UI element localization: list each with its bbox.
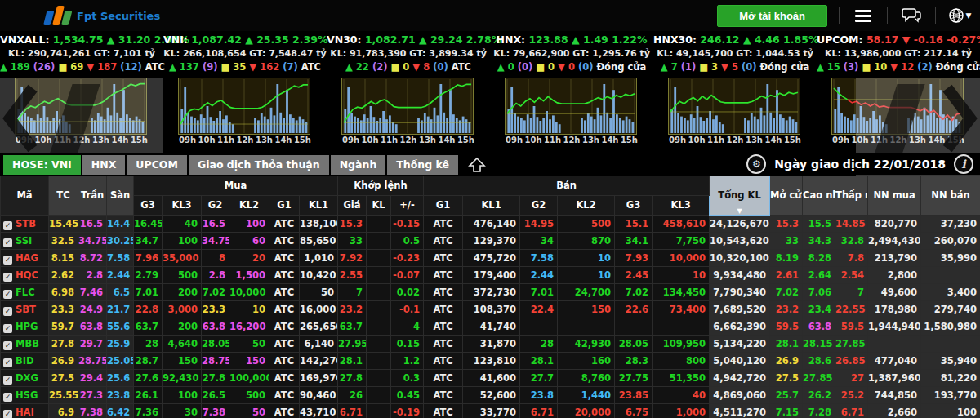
cell: 27.8	[49, 336, 78, 353]
sub-header-sell-kl2[interactable]: KL2	[558, 196, 615, 216]
cell: 15.3	[770, 216, 803, 233]
x-tick-label: 15h	[131, 136, 148, 145]
language-globe-icon[interactable]: ▼	[947, 6, 972, 25]
sub-header-matched-gi-[interactable]: Giá	[338, 196, 367, 216]
stock-code-cell[interactable]: ✓HPG	[1, 318, 49, 336]
sub-header-buy-g3[interactable]: G3	[134, 196, 163, 216]
row-checkbox[interactable]: ✓	[3, 358, 12, 367]
tab-ng-nh[interactable]: Ngành	[331, 155, 386, 175]
sub-header-buy-kl3[interactable]: KL3	[163, 196, 202, 216]
row-checkbox[interactable]: ✓	[3, 256, 12, 265]
carousel-left-arrow[interactable]	[2, 83, 39, 153]
sub-header-sell-g1[interactable]: G1	[424, 196, 463, 216]
tab-hnx[interactable]: HNX	[82, 155, 126, 175]
col-header-total-volume[interactable]: Tổng KL▼	[710, 176, 770, 216]
sub-header-buy-g1[interactable]: G1	[270, 196, 300, 216]
stock-code-cell[interactable]: ✓HAG	[1, 250, 49, 267]
cell: -0.1	[391, 301, 424, 318]
info-icon[interactable]: i	[954, 154, 973, 174]
chart-x-labels: 09h10h11h12h13h14h15h	[341, 135, 475, 145]
cell: 33	[770, 233, 803, 250]
stock-code-cell[interactable]: ✓SSI	[1, 233, 49, 250]
group-header-matched[interactable]: Khớp lệnh	[338, 176, 424, 196]
row-checkbox[interactable]: ✓	[3, 290, 12, 299]
cell: 100,000	[229, 370, 270, 387]
sub-header-buy-kl1[interactable]: KL1	[300, 196, 338, 216]
stock-code-cell[interactable]: ✓SBT	[1, 301, 49, 318]
sub-header-buy-kl2[interactable]: KL2	[229, 196, 270, 216]
sub-header-sell-g2[interactable]: G2	[520, 196, 558, 216]
row-checkbox[interactable]: ✓	[3, 273, 12, 282]
menu-icon[interactable]	[851, 6, 875, 25]
sub-header-matched-kl[interactable]: KL	[367, 196, 391, 216]
cell: 100	[229, 216, 270, 233]
col-header-tr-n[interactable]: Trần	[78, 176, 107, 216]
cell: 2.79	[134, 267, 163, 284]
fpt-logo-icon	[43, 6, 74, 25]
advancers-count: ▲ 15	[817, 61, 844, 73]
cell: 4	[391, 318, 424, 336]
chat-icon[interactable]	[899, 6, 924, 25]
chart-container: 09h10h11h12h13h14h15h	[505, 78, 639, 145]
tab-th-ng-k-[interactable]: Thống kê	[387, 155, 458, 175]
x-tick-label: 10h	[851, 136, 868, 145]
sub-header-sell-kl3[interactable]: KL3	[653, 196, 710, 216]
cell: 26.9	[49, 353, 78, 370]
cell: 29.7	[78, 336, 107, 353]
stock-code-cell[interactable]: ✓BID	[1, 353, 49, 370]
row-checkbox[interactable]: ✓	[3, 324, 12, 333]
group-header-sell[interactable]: Bán	[424, 176, 710, 196]
row-checkbox[interactable]: ✓	[3, 307, 12, 316]
cell: 279,740	[921, 301, 980, 318]
stock-code-cell[interactable]: ✓FLC	[1, 284, 49, 301]
row-checkbox[interactable]: ✓	[3, 221, 12, 230]
col-header-tc[interactable]: TC	[49, 176, 78, 216]
carousel-right-arrow[interactable]	[941, 83, 978, 153]
advancers-count: ▲ 7	[661, 61, 681, 73]
col-header-foreign-buy[interactable]: NN mua	[868, 176, 921, 216]
cell: 59.5	[835, 318, 868, 336]
tab-giao-d-ch-th-a-thu-n[interactable]: Giao dịch Thỏa thuận	[189, 155, 329, 175]
ceiling-count: (26)	[33, 61, 59, 73]
row-checkbox[interactable]: ✓	[3, 410, 12, 418]
cell: 7,750	[653, 233, 710, 250]
stock-code-cell[interactable]: ✓HSG	[1, 387, 49, 404]
stock-code-cell[interactable]: ✓MBB	[1, 336, 49, 353]
cell: 24,126,670	[710, 216, 770, 233]
settings-gear-icon[interactable]: ⚙	[746, 154, 766, 174]
tab-hose-vni[interactable]: HOSE: VNI	[3, 155, 81, 175]
cell	[367, 216, 391, 233]
stock-code-cell[interactable]: ✓DXG	[1, 370, 49, 387]
col-header-th-p-nh-t[interactable]: Thấp nhất	[835, 176, 868, 216]
sub-header-matched--[interactable]: +/-	[391, 196, 424, 216]
row-checkbox[interactable]: ✓	[3, 393, 12, 402]
col-header-s-n[interactable]: Sàn	[107, 176, 134, 216]
cell: ATC	[270, 301, 300, 318]
row-checkbox[interactable]: ✓	[3, 341, 12, 350]
table-row-stb: ✓STB15.4516.514.416.454016.5100ATC138,10…	[1, 216, 980, 233]
cell: 4,942,720	[710, 370, 770, 387]
row-checkbox[interactable]: ✓	[3, 238, 12, 247]
cell: 28	[134, 336, 163, 353]
decliners-count: ▼ 0	[558, 61, 578, 73]
open-account-button[interactable]: Mở tài khoản	[717, 5, 827, 27]
col-header-m-c-a[interactable]: Mở cửa	[770, 176, 803, 216]
group-header-buy[interactable]: Mua	[134, 176, 338, 196]
col-header-m-[interactable]: Mã	[1, 176, 49, 216]
tab-upcom[interactable]: UPCOM	[127, 155, 187, 175]
cell: 109,950	[653, 336, 710, 353]
stock-code-cell[interactable]: ✓STB	[1, 216, 49, 233]
collapse-up-arrow-icon[interactable]	[468, 155, 486, 175]
stock-code-cell[interactable]: ✓HQC	[1, 267, 49, 284]
stock-code: MBB	[16, 338, 39, 349]
cell: 129,370	[463, 233, 520, 250]
col-header-foreign-sell[interactable]: NN bán	[921, 176, 980, 216]
cell: 10	[229, 301, 270, 318]
row-checkbox[interactable]: ✓	[3, 376, 12, 385]
stock-code-cell[interactable]: ✓HAI	[1, 404, 49, 418]
sub-header-sell-g3[interactable]: G3	[615, 196, 653, 216]
index-change: 29.24	[430, 33, 466, 46]
sub-header-buy-g2[interactable]: G2	[202, 196, 229, 216]
col-header-cao-nh-t[interactable]: Cao nhất	[803, 176, 835, 216]
sub-header-sell-kl1[interactable]: KL1	[463, 196, 520, 216]
